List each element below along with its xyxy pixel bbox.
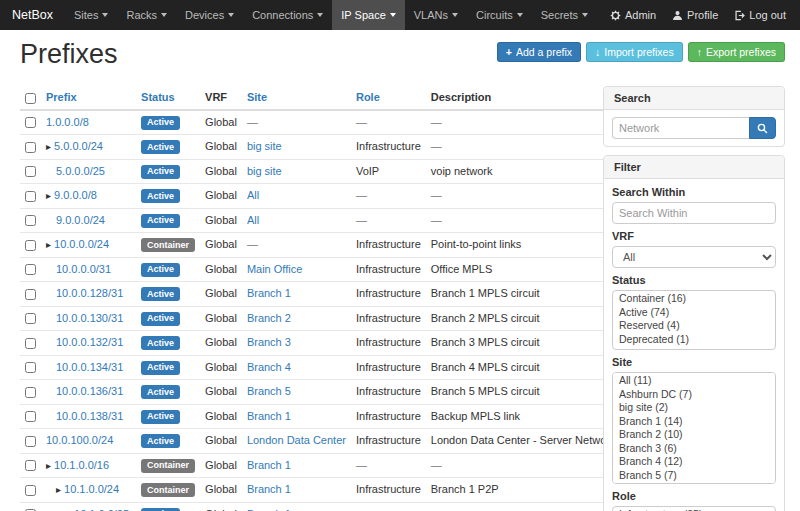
row-checkbox[interactable] (25, 215, 36, 226)
site-link[interactable]: Branch 1 (247, 287, 291, 299)
site-cell: All (242, 184, 351, 209)
prefix-link[interactable]: 5.0.0.0/25 (56, 165, 105, 177)
prefix-link[interactable]: 1.0.0.0/8 (46, 116, 89, 128)
nav-item-profile[interactable]: Profile (664, 0, 726, 30)
prefix-link[interactable]: 5.0.0.0/24 (54, 140, 103, 152)
description-cell: Branch 4 MPLS circuit (426, 355, 621, 380)
prefix-link[interactable]: 10.0.0.134/31 (56, 361, 123, 373)
search-input[interactable] (612, 117, 749, 139)
prefix-link[interactable]: 10.0.0.0/31 (56, 263, 111, 275)
nav-item-racks[interactable]: Racks (117, 0, 176, 30)
nav-item-ip-space[interactable]: IP Space (332, 0, 404, 30)
status-badge: Active (141, 361, 180, 375)
listbox-option[interactable]: Ashburn DC (7) (613, 388, 775, 402)
listbox-option[interactable]: Branch 1 (14) (613, 415, 775, 429)
vrf-select[interactable]: All (612, 246, 776, 268)
row-checkbox[interactable] (25, 313, 36, 324)
prefix-link[interactable]: 10.0.0.128/31 (56, 287, 123, 299)
nav-item-devices[interactable]: Devices (176, 0, 243, 30)
listbox-option[interactable]: Deprecated (1) (613, 333, 775, 347)
prefix-link[interactable]: 10.0.0.0/24 (54, 238, 109, 250)
row-checkbox[interactable] (25, 411, 36, 422)
site-listbox[interactable]: All (11)Ashburn DC (7)big site (2)Branch… (612, 372, 776, 484)
prefix-link[interactable]: 9.0.0.0/8 (54, 189, 97, 201)
select-all-checkbox[interactable] (25, 93, 36, 104)
nav-item-admin[interactable]: Admin (602, 0, 664, 30)
row-checkbox[interactable] (25, 240, 36, 251)
row-checkbox[interactable] (25, 117, 36, 128)
role-label: Role (612, 490, 776, 503)
vrf-cell: Global (200, 429, 242, 454)
button-label: Add a prefix (516, 46, 572, 58)
status-listbox[interactable]: Container (16)Active (74)Reserved (4)Dep… (612, 290, 776, 350)
site-link[interactable]: Main Office (247, 263, 302, 275)
row-checkbox[interactable] (25, 362, 36, 373)
description-cell: Office MPLS (426, 257, 621, 282)
nav-item-vlans[interactable]: VLANs (405, 0, 467, 30)
sort-status-header[interactable]: Status (141, 91, 175, 103)
role-listbox[interactable]: Infrastructure (25)Management (8)Private… (612, 506, 776, 511)
prefix-link[interactable]: 10.0.100.0/24 (46, 434, 113, 446)
site-link[interactable]: London Data Center (247, 434, 346, 446)
listbox-option[interactable]: Active (74) (613, 306, 775, 320)
row-checkbox[interactable] (25, 264, 36, 275)
site-link[interactable]: All (247, 189, 259, 201)
prefix-row: 10.0.100.0/24ActiveGlobalLondon Data Cen… (20, 429, 620, 454)
search-within-input[interactable] (612, 202, 776, 224)
listbox-option[interactable]: Container (16) (613, 292, 775, 306)
description-cell: Branch 1 MPLS circuit (426, 282, 621, 307)
row-checkbox[interactable] (25, 387, 36, 398)
row-checkbox[interactable] (25, 289, 36, 300)
prefix-link[interactable]: 10.1.0.0/16 (54, 459, 109, 471)
row-checkbox[interactable] (25, 142, 36, 153)
prefix-link[interactable]: 10.0.0.136/31 (56, 385, 123, 397)
nav-item-circuits[interactable]: Circuits (467, 0, 532, 30)
site-link[interactable]: Branch 2 (247, 312, 291, 324)
vrf-cell: Global (200, 331, 242, 356)
row-checkbox[interactable] (25, 338, 36, 349)
row-checkbox[interactable] (25, 485, 36, 496)
nav-item-logout[interactable]: Log out (726, 0, 794, 30)
site-link[interactable]: big site (247, 165, 282, 177)
prefix-row: 5.0.0.0/24ActiveGlobalbig siteInfrastruc… (20, 135, 620, 160)
sort-role-header[interactable]: Role (356, 91, 380, 103)
site-link[interactable]: Branch 5 (247, 385, 291, 397)
nav-item-secrets[interactable]: Secrets (532, 0, 597, 30)
expand-arrow-icon (56, 483, 64, 495)
site-link[interactable]: Branch 1 (247, 459, 291, 471)
prefix-link[interactable]: 10.0.0.130/31 (56, 312, 123, 324)
prefix-link[interactable]: 10.0.0.132/31 (56, 336, 123, 348)
nav-item-sites[interactable]: Sites (65, 0, 117, 30)
prefix-link[interactable]: 9.0.0.0/24 (56, 214, 105, 226)
listbox-option[interactable]: big site (2) (613, 401, 775, 415)
app-logo[interactable]: NetBox (0, 0, 65, 30)
sort-prefix-header[interactable]: Prefix (46, 91, 77, 103)
description-cell: London Data Center - Server Network (426, 429, 621, 454)
site-link[interactable]: big site (247, 140, 282, 152)
prefix-link[interactable]: 10.1.0.0/24 (64, 483, 119, 495)
row-checkbox[interactable] (25, 436, 36, 447)
row-checkbox[interactable] (25, 191, 36, 202)
listbox-option[interactable]: Reserved (4) (613, 319, 775, 333)
site-link[interactable]: Branch 3 (247, 336, 291, 348)
prefix-link[interactable]: 10.0.0.138/31 (56, 410, 123, 422)
listbox-option[interactable]: Branch 4 (12) (613, 455, 775, 469)
import-prefixes-button[interactable]: Import prefixes (586, 42, 683, 62)
nav-item-connections[interactable]: Connections (243, 0, 332, 30)
row-checkbox[interactable] (25, 166, 36, 177)
search-button[interactable] (749, 117, 776, 139)
site-link[interactable]: All (247, 214, 259, 226)
add-prefix-button[interactable]: Add a prefix (497, 42, 581, 62)
site-link[interactable]: Branch 1 (247, 483, 291, 495)
listbox-option[interactable]: COLO 1 (2) (613, 482, 775, 484)
sort-site-header[interactable]: Site (247, 91, 267, 103)
site-link[interactable]: Branch 4 (247, 361, 291, 373)
listbox-option[interactable]: Branch 3 (6) (613, 442, 775, 456)
listbox-option[interactable]: Branch 2 (10) (613, 428, 775, 442)
listbox-option[interactable]: All (11) (613, 374, 775, 388)
site-link[interactable]: Branch 1 (247, 410, 291, 422)
listbox-option[interactable]: Branch 5 (7) (613, 469, 775, 483)
export-prefixes-button[interactable]: Export prefixes (688, 42, 785, 62)
site-cell: Branch 1 (242, 404, 351, 429)
row-checkbox[interactable] (25, 460, 36, 471)
